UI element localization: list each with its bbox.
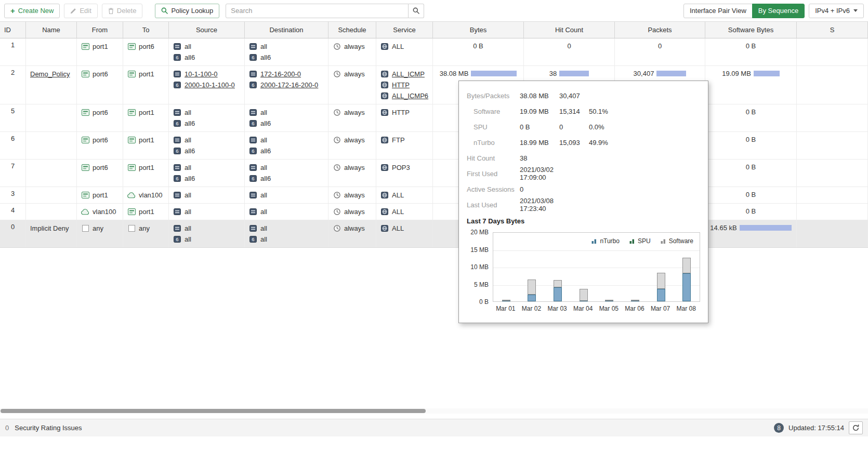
- destination-object[interactable]: 6all6: [249, 52, 324, 63]
- by-sequence-button[interactable]: By Sequence: [752, 4, 805, 18]
- column-header-schedule[interactable]: Schedule: [328, 22, 376, 38]
- service-object[interactable]: ALL: [380, 41, 428, 52]
- from-interface[interactable]: vlan100: [81, 206, 119, 217]
- schedule-object[interactable]: always: [333, 190, 372, 201]
- notification-badge[interactable]: 8: [774, 423, 784, 433]
- destination-object[interactable]: 172-16-200-0: [249, 69, 324, 79]
- horizontal-scrollbar[interactable]: [0, 408, 868, 414]
- to-interface[interactable]: port1: [127, 107, 164, 118]
- policy-row-7[interactable]: 7port6port1all6all6all6all6alwaysPOP30 B: [0, 160, 868, 187]
- schedule-object[interactable]: always: [333, 162, 372, 173]
- source-object[interactable]: 6all6: [173, 52, 240, 63]
- source-object[interactable]: all: [173, 190, 240, 201]
- column-header-destination[interactable]: Destination: [245, 22, 328, 38]
- source-object[interactable]: 6all6: [173, 118, 240, 129]
- source-object[interactable]: 10-1-100-0: [173, 69, 240, 79]
- schedule-object[interactable]: always: [333, 107, 372, 118]
- service-object[interactable]: ALL_ICMP6: [380, 90, 428, 101]
- edit-button[interactable]: Edit: [64, 4, 97, 18]
- from-interface[interactable]: port6: [81, 69, 119, 79]
- service-object[interactable]: HTTP: [380, 107, 428, 118]
- create-new-button[interactable]: + Create New: [4, 4, 60, 18]
- schedule-object[interactable]: always: [333, 206, 372, 217]
- svg-text:6: 6: [176, 55, 178, 60]
- source-object[interactable]: all: [173, 206, 240, 217]
- destination-object[interactable]: 6all6: [249, 118, 324, 129]
- from-interface[interactable]: any: [81, 223, 119, 234]
- to-interface[interactable]: port1: [127, 206, 164, 217]
- from-interface[interactable]: port6: [81, 107, 119, 118]
- source-object[interactable]: all: [173, 223, 240, 234]
- column-header-software-bytes[interactable]: Software Bytes: [705, 22, 797, 38]
- search-input[interactable]: [226, 4, 409, 18]
- destination-object[interactable]: 62000-172-16-200-0: [249, 79, 324, 90]
- to-interface[interactable]: any: [127, 223, 164, 234]
- policy-row-3[interactable]: 3port1vlan100allallalwaysALL0 B: [0, 187, 868, 204]
- source-object[interactable]: all: [173, 41, 240, 52]
- service-object[interactable]: HTTP: [380, 79, 428, 90]
- policy-lookup-button[interactable]: Policy Lookup: [155, 4, 219, 18]
- destination-object[interactable]: 6all6: [249, 173, 324, 184]
- policy-row-5[interactable]: 5port6port1all6all6all6all6alwaysHTTP0 B: [0, 104, 868, 132]
- source-object[interactable]: all: [173, 135, 240, 145]
- column-header-source[interactable]: Source: [169, 22, 245, 38]
- policy-row-1[interactable]: 1port1port6all6all6all6all6alwaysALL0 B0…: [0, 38, 868, 66]
- schedule-object[interactable]: always: [333, 135, 372, 145]
- refresh-button[interactable]: [849, 421, 863, 434]
- cell-id: 7: [0, 160, 26, 187]
- column-header-name[interactable]: Name: [26, 22, 77, 38]
- policy-row-0[interactable]: 0Implicit Denyanyanyall6allall6allalways…: [0, 220, 868, 248]
- column-header-bytes[interactable]: Bytes: [433, 22, 524, 38]
- destination-object[interactable]: 6all6: [249, 145, 324, 156]
- schedule-object[interactable]: always: [333, 41, 372, 52]
- destination-object[interactable]: all: [249, 135, 324, 145]
- service-object[interactable]: ALL: [380, 190, 428, 201]
- from-interface[interactable]: port6: [81, 135, 119, 145]
- search-button[interactable]: [409, 4, 424, 18]
- source-object[interactable]: all: [173, 107, 240, 118]
- column-header-packets[interactable]: Packets: [615, 22, 705, 38]
- delete-button[interactable]: Delete: [102, 4, 143, 18]
- column-header-to[interactable]: To: [123, 22, 169, 38]
- service-object[interactable]: ALL: [380, 223, 428, 234]
- column-header-id[interactable]: ID: [0, 22, 26, 38]
- column-header-service[interactable]: Service: [376, 22, 433, 38]
- ip-version-dropdown[interactable]: IPv4 + IPv6: [809, 4, 864, 18]
- service-object[interactable]: ALL: [380, 206, 428, 217]
- destination-object[interactable]: all: [249, 162, 324, 173]
- schedule-object[interactable]: always: [333, 223, 372, 234]
- column-header-from[interactable]: From: [77, 22, 123, 38]
- destination-object[interactable]: all: [249, 107, 324, 118]
- destination-object[interactable]: all: [249, 190, 324, 201]
- from-interface[interactable]: port1: [81, 41, 119, 52]
- source-object[interactable]: 6all6: [173, 173, 240, 184]
- policy-row-4[interactable]: 4vlan100port1allallalwaysALL0 B: [0, 204, 868, 220]
- policy-row-2[interactable]: 2Demo_Policyport6port110-1-100-062000-10…: [0, 66, 868, 104]
- scrollbar-thumb[interactable]: [1, 409, 426, 413]
- schedule-object[interactable]: always: [333, 69, 372, 79]
- destination-object[interactable]: all: [249, 223, 324, 234]
- from-interface[interactable]: port1: [81, 190, 119, 201]
- policy-name[interactable]: Demo_Policy: [30, 70, 70, 78]
- policy-row-6[interactable]: 6port6port1all6all6all6all6alwaysFTP0 B: [0, 132, 868, 160]
- from-interface[interactable]: port6: [81, 162, 119, 173]
- to-interface[interactable]: port1: [127, 135, 164, 145]
- destination-object[interactable]: 6all: [249, 234, 324, 245]
- to-interface[interactable]: vlan100: [127, 190, 164, 201]
- destination-object[interactable]: all: [249, 41, 324, 52]
- source-object[interactable]: 6all: [173, 234, 240, 245]
- service-object[interactable]: ALL_ICMP: [380, 69, 428, 79]
- service-object[interactable]: POP3: [380, 162, 428, 173]
- column-header-hit-count[interactable]: Hit Count: [524, 22, 615, 38]
- source-object[interactable]: 62000-10-1-100-0: [173, 79, 240, 90]
- source-object[interactable]: all: [173, 162, 240, 173]
- source-object[interactable]: 6all6: [173, 145, 240, 156]
- addr-icon: [173, 43, 181, 50]
- to-interface[interactable]: port1: [127, 162, 164, 173]
- destination-object[interactable]: all: [249, 206, 324, 217]
- to-interface[interactable]: port1: [127, 69, 164, 79]
- column-header-s[interactable]: S: [797, 22, 868, 38]
- to-interface[interactable]: port6: [127, 41, 164, 52]
- interface-pair-view-button[interactable]: Interface Pair View: [683, 4, 753, 18]
- service-object[interactable]: FTP: [380, 135, 428, 145]
